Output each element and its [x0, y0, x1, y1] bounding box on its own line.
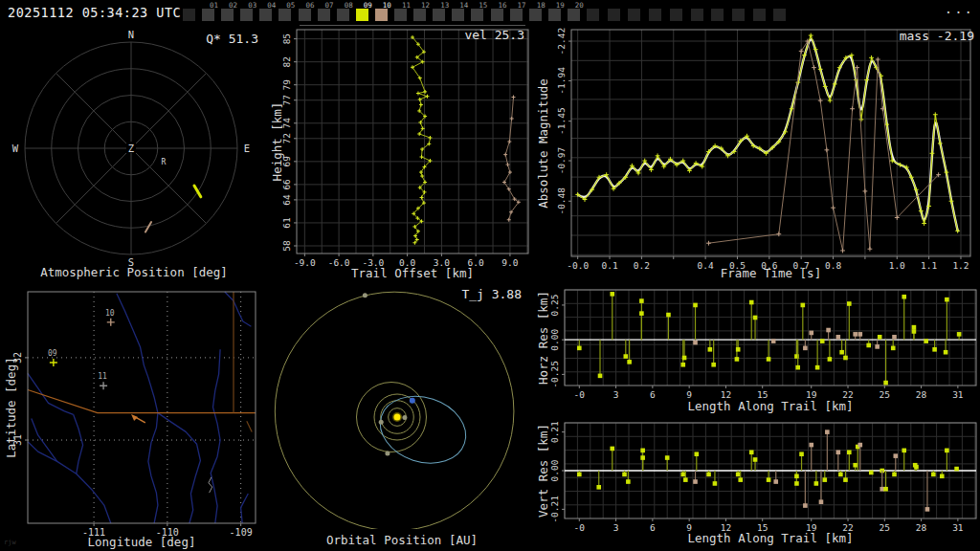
map-station-label: 11: [98, 372, 107, 381]
orbit-diagram: [275, 292, 514, 531]
trail-offset-chart: -9.0-6.0-3.00.03.06.09.05861646669727477…: [281, 30, 528, 268]
orbit-jupiter: [275, 292, 514, 531]
app-window: 20251112 05:34:23 UTC 010203040506070809…: [0, 0, 980, 551]
y-axis-ticks: 0.210.00-0.21: [549, 421, 565, 523]
radiant-marker: R: [162, 158, 167, 166]
y-tick-label: 0.21: [549, 421, 560, 443]
mag-x-axis-title: Frame Time [s]: [571, 268, 970, 280]
y-tick-label: 0.00: [549, 459, 560, 481]
y-tick-label: 0.00: [549, 328, 560, 350]
trail-series-station-09: [411, 35, 432, 245]
grid: [571, 30, 970, 256]
y-axis-ticks: 0.250.00-0.25: [549, 294, 565, 387]
planet-earth: [410, 398, 415, 404]
horz-res-x-axis-title: Length Along Trail [km]: [565, 401, 976, 413]
planet-jupiter: [363, 293, 368, 298]
x-tick-label: 28: [916, 389, 927, 400]
x-tick-label: 3: [613, 522, 619, 533]
x-tick-label: 3: [613, 389, 619, 400]
sky-trail-10: [145, 222, 151, 231]
east-label: E: [244, 143, 250, 154]
y-tick-label: -1.45: [556, 107, 567, 135]
horz-res-y-axis-title: Horz Res [km]: [538, 291, 550, 385]
vert-res-x-axis-title: Length Along Trail [km]: [565, 533, 976, 545]
x-tick-label: 6: [650, 389, 656, 400]
x-tick-label: -6.0: [328, 257, 350, 268]
x-tick-label: 28: [916, 522, 927, 533]
map-station-09: 09: [48, 349, 57, 366]
sky-plot: NSWEZR: [12, 29, 250, 268]
y-tick-label: -1.94: [556, 67, 567, 95]
y-tick-label: -0.21: [549, 496, 560, 523]
light-curve-chart: -0.00.10.20.40.50.60.70.81.01.11.2-2.42-…: [556, 28, 970, 271]
y-tick-label: -0.25: [549, 361, 560, 388]
orbit-mars: [357, 383, 427, 452]
mass-stat: mass -2.19: [900, 30, 974, 42]
orbit-plot-title: Orbital Position [AU]: [268, 535, 536, 547]
y-tick-label: 58: [281, 240, 292, 252]
map-y-axis-title: Latitude [deg]: [6, 357, 18, 457]
mag-y-axis-title: Absolute Magnitude: [538, 78, 550, 208]
planet-mars: [385, 451, 390, 455]
map-grid: [28, 292, 256, 523]
x-axis-ticks: -036912151922252831: [574, 386, 964, 400]
mag-series-station-09: [575, 33, 960, 233]
grid: [297, 30, 528, 253]
sun: [394, 414, 401, 421]
trail-x-axis-title: Trail Offset [km]: [297, 268, 528, 280]
watermark: rjw: [4, 540, 16, 546]
y-tick-label: 61: [281, 217, 292, 229]
map-station-label: 09: [48, 349, 57, 358]
zenith-label: Z: [128, 143, 134, 154]
x-tick-label: -9.0: [294, 257, 316, 268]
y-tick-label: 0.25: [549, 294, 560, 316]
y-axis-ticks: -2.42-1.94-1.45-0.97-0.48: [556, 28, 571, 215]
horz-residuals-chart: -0369121519222528310.250.00-0.25: [549, 290, 976, 400]
map-station-11: 11: [98, 372, 107, 389]
planet-orbits: [275, 292, 514, 531]
trail-y-axis-title: Height [km]: [272, 102, 284, 182]
y-tick-label: 79: [281, 79, 292, 91]
x-tick-label: 6: [650, 522, 656, 533]
planet-mercury: [402, 415, 407, 420]
velocity-stat: vel 25.3: [464, 29, 524, 41]
map-x-axis-title: Longitude [deg]: [28, 537, 256, 549]
x-tick-label: -0: [574, 522, 586, 533]
map-borders: [28, 292, 256, 431]
y-tick-label: 85: [281, 33, 292, 44]
vert-residuals-chart: -0369121519222528310.210.00-0.21: [549, 421, 976, 533]
map-station-label: 10: [105, 309, 115, 318]
vert-res-y-axis-title: Vert Res [km]: [538, 424, 550, 518]
stems: [577, 292, 961, 385]
map-stations: 091011: [48, 309, 115, 389]
x-tick-label: 25: [880, 522, 890, 533]
x-tick-label: 31: [952, 389, 964, 400]
tisserand-stat: T_j 3.88: [461, 288, 522, 300]
y-tick-label: -2.42: [556, 28, 567, 55]
north-label: N: [128, 29, 134, 40]
map-station-10: 10: [105, 309, 115, 326]
x-tick-label: 31: [952, 522, 964, 533]
y-tick-label: -0.48: [556, 187, 567, 215]
trail-series-station-10: [502, 96, 521, 222]
map-rivers: [28, 292, 251, 523]
q-star-stat: Q* 51.3: [206, 33, 258, 45]
ground-map: 091011-111-110-1093132: [12, 292, 256, 538]
x-tick-label: 9.0: [501, 257, 518, 268]
y-tick-label: -0.97: [556, 147, 567, 175]
map-trajectory: [131, 414, 145, 423]
planet-venus: [379, 420, 384, 425]
y-tick-label: 64: [281, 194, 292, 206]
x-tick-label: 25: [880, 389, 890, 400]
sky-plot-title: Atmospheric Position [deg]: [0, 267, 268, 279]
west-label: W: [12, 143, 19, 154]
y-tick-label: 82: [281, 56, 292, 67]
mag-series-station-10: [706, 39, 941, 253]
x-tick-label: -0: [574, 389, 586, 400]
